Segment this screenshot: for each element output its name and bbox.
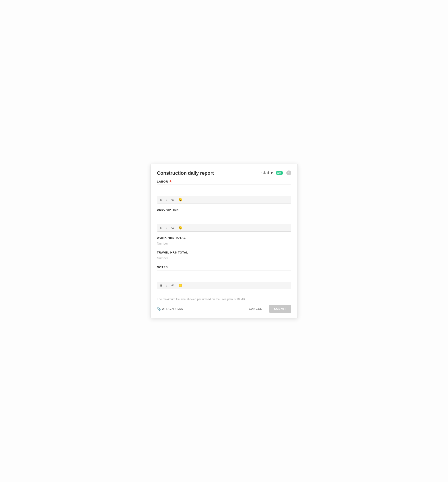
description-field-group: DESCRIPTION B I 🙂 <box>157 208 291 232</box>
footer-actions: CANCEL SUBMIT <box>245 305 291 313</box>
labor-field-group: LABOR ★ B I 🙂 <box>157 180 291 203</box>
work-hrs-label: WORK HRS TOTAL <box>157 236 291 240</box>
attach-files-button[interactable]: 📎 ATTACH FILES <box>157 307 183 311</box>
travel-hrs-input[interactable] <box>157 256 197 261</box>
notes-emoji-button[interactable]: 🙂 <box>178 283 183 288</box>
submit-button[interactable]: SUBMIT <box>269 305 291 313</box>
travel-hrs-field-group: TRAVEL HRS TOTAL <box>157 251 291 261</box>
description-label: DESCRIPTION <box>157 208 291 211</box>
notes-editor-content[interactable] <box>157 270 291 282</box>
header-right: status net × <box>261 170 291 175</box>
labor-bold-button[interactable]: B <box>159 198 163 202</box>
description-link-button[interactable] <box>170 226 175 229</box>
notes-italic-button[interactable]: I <box>165 283 168 288</box>
labor-editor[interactable]: B I 🙂 <box>157 185 291 203</box>
notes-toolbar: B I 🙂 <box>157 282 291 289</box>
modal-footer: 📎 ATTACH FILES CANCEL SUBMIT <box>157 305 291 313</box>
paperclip-icon: 📎 <box>157 307 161 311</box>
notes-label: NOTES <box>157 265 291 269</box>
description-emoji-button[interactable]: 🙂 <box>178 225 183 230</box>
divider <box>157 294 291 294</box>
modal-header: Construction daily report status net × <box>157 170 291 176</box>
modal-overlay: Construction daily report status net × L… <box>0 0 448 482</box>
required-indicator: ★ <box>169 180 172 183</box>
description-toolbar: B I 🙂 <box>157 224 291 231</box>
labor-link-button[interactable] <box>170 198 175 201</box>
notes-bold-button[interactable]: B <box>159 283 163 288</box>
close-button[interactable]: × <box>286 170 291 175</box>
cancel-button[interactable]: CANCEL <box>245 305 266 312</box>
labor-editor-content[interactable] <box>157 185 291 196</box>
description-bold-button[interactable]: B <box>159 226 163 230</box>
labor-toolbar: B I 🙂 <box>157 196 291 203</box>
file-size-note: The maximum file size allowed per upload… <box>157 297 291 301</box>
modal-title: Construction daily report <box>157 170 214 176</box>
notes-link-button[interactable] <box>170 284 175 287</box>
labor-label: LABOR ★ <box>157 180 291 183</box>
work-hrs-field-group: WORK HRS TOTAL <box>157 236 291 246</box>
notes-editor[interactable]: B I 🙂 <box>157 270 291 289</box>
description-editor-content[interactable] <box>157 213 291 224</box>
description-italic-button[interactable]: I <box>165 226 168 230</box>
travel-hrs-label: TRAVEL HRS TOTAL <box>157 251 291 254</box>
work-hrs-input[interactable] <box>157 241 197 246</box>
labor-emoji-button[interactable]: 🙂 <box>178 198 183 202</box>
description-editor[interactable]: B I 🙂 <box>157 213 291 232</box>
brand-name: status <box>261 170 275 175</box>
labor-italic-button[interactable]: I <box>165 198 168 202</box>
modal-dialog: Construction daily report status net × L… <box>150 164 298 318</box>
notes-field-group: NOTES B I 🙂 <box>157 265 291 289</box>
brand-badge: net <box>276 171 283 175</box>
brand: status net <box>261 170 283 175</box>
